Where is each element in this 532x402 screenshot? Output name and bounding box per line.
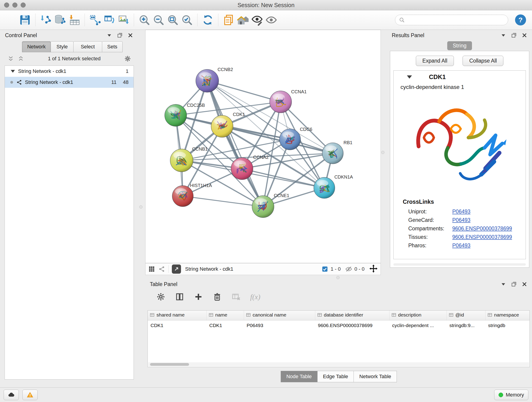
node-CCNB2[interactable] [196,70,219,92]
results-scrollbar[interactable] [393,263,526,266]
node-CCNA1[interactable] [270,91,292,113]
float-panel-icon[interactable] [511,281,517,287]
column-header-description[interactable]: description [389,311,447,320]
uniprot-link[interactable]: P06493 [452,209,470,215]
table-horizontal-scrollbar[interactable] [148,362,529,366]
search-input[interactable] [407,17,504,23]
scrollbar-thumb[interactable] [150,363,189,366]
toggle-annotations-button[interactable] [250,13,264,27]
network-options-gear-icon[interactable] [124,55,131,62]
pan-tool-icon[interactable] [369,264,378,274]
network-row-selected[interactable]: String Network - cdk1 11 48 [5,77,133,88]
zoom-selected-button[interactable] [180,13,194,27]
tab-network-table[interactable]: Network Table [354,371,397,382]
cell-id[interactable]: stringdb:9... [447,320,485,331]
collapse-panel-icon[interactable] [106,32,112,38]
network-view-canvas[interactable]: CCNB2CCNA1CDC25BCDK1CDC6RB1CCNB1CCNA2CDK… [145,30,381,263]
edge-CCNA2-CDKN1A[interactable] [242,169,324,188]
string-results-tab[interactable]: String [447,41,472,50]
cell-name[interactable]: CDK1 [206,320,244,331]
import-network-file-button[interactable] [39,13,53,27]
expand-all-icon[interactable] [17,55,24,62]
network-graph[interactable]: CCNB2CCNA1CDC25BCDK1CDC6RB1CCNB1CCNA2CDK… [146,30,380,263]
compartments-link[interactable]: 9606.ENSP00000378699 [452,225,512,232]
edge-CCNB2-CCNE1[interactable] [207,81,263,207]
memory-button[interactable]: Memory [494,390,528,400]
left-splitter-handle[interactable] [139,205,143,209]
column-header-namespace[interactable]: namespace [485,311,530,320]
import-table-button[interactable] [67,13,81,27]
birdseye-view-button[interactable] [172,264,181,274]
network-collection-row[interactable]: String Network - cdk1 1 [5,66,133,77]
close-panel-icon[interactable] [521,32,527,38]
save-session-button[interactable] [18,13,32,27]
tab-select[interactable]: Select [73,41,102,52]
tab-sets[interactable]: Sets [102,41,123,52]
delete-columns-trash-icon[interactable] [213,292,222,301]
float-panel-icon[interactable] [511,32,517,38]
expand-all-button[interactable]: Expand All [416,56,454,66]
hidden-eye-slash-icon[interactable] [345,266,352,273]
bottom-splitter-handle[interactable] [336,276,340,279]
node-CDC6[interactable] [279,129,301,150]
close-window-button[interactable] [4,2,9,7]
right-splitter-handle[interactable] [381,151,385,154]
tab-node-table[interactable]: Node Table [281,371,317,382]
close-panel-icon[interactable] [127,32,133,38]
node-CCNB1[interactable] [170,149,193,172]
grid-view-icon[interactable] [148,266,155,273]
cell-canonical-name[interactable]: P06493 [244,320,315,331]
node-CCNA2[interactable] [231,158,253,180]
new-network-from-selection-button[interactable] [88,13,102,27]
toggle-graphics-details-button[interactable] [264,13,278,27]
column-header-database-identifier[interactable]: database identifier [315,311,389,320]
edge-HIST1H1A-CCNE1[interactable] [183,196,263,207]
table-row[interactable]: CDK1 CDK1 P06493 9606.ENSP00000378699 cy… [148,320,530,331]
clone-table-button[interactable] [102,13,116,27]
column-header-name[interactable]: name [206,311,244,320]
help-button[interactable]: ? [515,14,526,26]
zoom-fit-button[interactable] [166,13,180,27]
selected-checkbox-icon[interactable] [322,266,328,273]
export-image-button[interactable] [116,13,131,27]
cell-namespace[interactable]: stringdb [485,320,530,331]
collapse-panel-icon[interactable] [500,281,506,287]
cell-database-identifier[interactable]: 9606.ENSP00000378699 [315,320,389,331]
zoom-window-button[interactable] [21,2,26,7]
node-CDC25B[interactable] [165,104,187,126]
node-RB1[interactable] [322,143,343,164]
cloud-button[interactable] [4,390,19,400]
collapse-all-button[interactable]: Collapse All [462,56,503,66]
genecard-link[interactable]: P06493 [452,217,470,223]
create-column-icon[interactable] [194,292,203,301]
column-header-id[interactable]: @id [447,311,485,320]
apply-layout-button[interactable] [201,13,215,27]
float-panel-icon[interactable] [117,32,123,38]
node-CCNE1[interactable] [252,196,274,218]
node-CDKN1A[interactable] [314,177,335,198]
column-header-canonical-name[interactable]: canonical name [244,311,315,320]
collapse-panel-icon[interactable] [500,32,506,38]
entry-disclosure-icon[interactable] [407,75,412,79]
zoom-out-button[interactable] [152,13,166,27]
documents-button[interactable] [222,13,236,27]
collapse-all-icon[interactable] [7,55,14,62]
network-view-icon[interactable] [158,266,165,273]
tab-edge-table[interactable]: Edge Table [317,371,354,382]
close-panel-icon[interactable] [521,281,527,287]
pharos-link[interactable]: P06493 [452,242,470,249]
tab-network[interactable]: Network [22,41,51,52]
cell-description[interactable]: cyclin-dependent ... [389,320,447,331]
cell-shared-name[interactable]: CDK1 [148,320,206,331]
minimize-window-button[interactable] [12,2,17,7]
home-button[interactable] [236,13,250,27]
column-header-shared-name[interactable]: shared name [148,311,206,320]
zoom-in-button[interactable] [137,13,152,27]
node-HIST1H1A[interactable] [172,186,193,207]
table-options-gear-icon[interactable] [156,292,165,301]
tab-style[interactable]: Style [51,41,74,52]
node-CDK1[interactable] [211,115,233,137]
tissues-link[interactable]: 9606.ENSP00000378699 [452,234,512,240]
tree-disclosure-icon[interactable] [11,70,15,73]
import-network-database-button[interactable] [53,13,67,27]
